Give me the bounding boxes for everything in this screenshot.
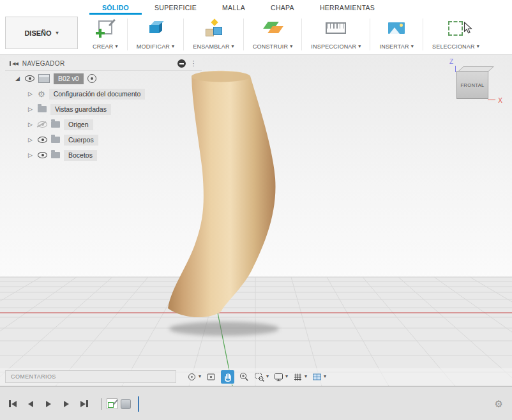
timeline-feature-sketch-icon[interactable] [107,398,117,409]
visibility-eye-icon[interactable] [25,75,34,82]
dropdown-caret-icon: ▾ [290,44,292,49]
model-shadow [169,322,279,336]
expand-arrow-icon[interactable]: ▷ [27,137,34,143]
go-to-start-button[interactable] [6,398,19,410]
tree-item-label: Bocetos [64,150,97,161]
visibility-eye-icon[interactable] [38,137,47,143]
tab-herramientas[interactable]: HERRAMIENTAS [307,0,388,15]
pan-tool-button[interactable] [221,370,234,384]
navigator-title: NAVEGADOR [22,60,173,67]
timeline-settings-gear-icon[interactable]: ⚙ [495,398,503,410]
zoom-window-tool-button[interactable]: ▾ [254,371,269,382]
viewports-button[interactable]: ▾ [312,371,326,382]
folder-icon [38,106,47,112]
ribbon-tab-bar: SÓLIDO SUPERFICIE MALLA CHAPA HERRAMIENT… [0,0,512,15]
navigator-item-origin[interactable]: ▷ Origen [5,117,202,132]
tab-chapa[interactable]: CHAPA [258,0,307,15]
dropdown-caret-icon: ▾ [411,44,414,49]
modify-icon [147,20,165,36]
toolbar-divider [370,19,370,50]
toolbar-group-ensamblar[interactable]: ENSAMBLAR▾ [184,15,243,54]
view-tools: ▾ [186,370,326,384]
look-at-tool-button[interactable] [206,371,216,382]
dropdown-caret-icon: ▾ [56,31,59,36]
navigator-panel: ◀◀ NAVEGADOR ⋮ ◢ B02 v0 ▷ ⚙ Configuració… [5,57,202,163]
navigator-item-document-settings[interactable]: ▷ ⚙ Configuración del documento [5,86,202,101]
folder-icon [51,152,60,158]
assemble-icon [204,20,223,37]
toolbar-group-construir[interactable]: CONSTRUIR▾ [245,15,301,54]
toolbar-group-insertar[interactable]: INSERTAR▾ [371,15,422,54]
workspace-selector-button[interactable]: DISEÑO ▾ [5,17,78,49]
folder-icon [51,137,60,143]
toolbar-divider [127,19,128,50]
3d-viewport[interactable]: ◀◀ NAVEGADOR ⋮ ◢ B02 v0 ▷ ⚙ Configuració… [0,55,512,386]
expand-arrow-icon[interactable]: ▷ [27,107,34,112]
toolbar-group-crear[interactable]: CREAR▾ [84,15,126,54]
orbit-tool-button[interactable]: ▾ [186,371,201,382]
tree-item-label: Vistas guardadas [50,104,111,115]
zoom-window-icon [254,371,265,382]
navigator-item-saved-views[interactable]: ▷ Vistas guardadas [5,101,202,117]
viewcube[interactable]: FRONTAL Z X [448,60,499,107]
zoom-in-icon [239,371,250,382]
navigator-item-root[interactable]: ◢ B02 v0 [5,71,202,86]
step-forward-button[interactable] [60,398,73,410]
timeline-bar: ⚙ [0,386,512,420]
group-label-insertar: INSERTAR [379,43,409,50]
toolbar-divider [243,19,244,50]
visibility-eye-icon[interactable] [38,152,47,158]
toolbar-group-inspeccionar[interactable]: INSPECCIONAR▾ [303,15,369,54]
go-to-end-button[interactable] [78,398,91,410]
display-settings-icon [273,371,284,382]
play-button[interactable] [42,398,55,410]
comments-input[interactable]: COMENTARIOS [5,370,176,383]
viewcube-front-face[interactable]: FRONTAL [456,71,488,99]
insert-image-icon [388,22,405,34]
toolbar-divider [183,19,184,50]
tree-item-label: Cuerpos [64,135,98,146]
navigator-header[interactable]: ◀◀ NAVEGADOR ⋮ [5,57,202,71]
ribbon-toolbar: DISEÑO ▾ CREAR▾ MODIFICAR▾ ENSAMBLAR▾ CO… [0,15,512,55]
dropdown-caret-icon: ▾ [477,44,479,49]
tab-malla[interactable]: MALLA [209,0,258,15]
select-box-icon [448,21,463,36]
group-label-ensamblar: ENSAMBLAR [193,43,229,50]
dropdown-caret-icon: ▾ [232,44,234,49]
visibility-eye-off-icon[interactable] [38,121,47,128]
expand-arrow-icon[interactable]: ◢ [14,76,21,82]
tab-superficie[interactable]: SUPERFICIE [142,0,209,15]
navigator-item-sketches[interactable]: ▷ Bocetos [5,147,202,163]
navigator-item-bodies[interactable]: ▷ Cuerpos [5,132,202,147]
comments-label: COMENTARIOS [11,373,56,380]
dropdown-caret-icon: ▾ [116,44,118,49]
grid-snap-button[interactable]: ▾ [292,371,307,382]
tree-item-label: Origen [64,119,93,130]
expand-arrow-icon[interactable]: ▷ [27,91,34,97]
tree-item-label: Configuración del documento [49,89,146,100]
display-settings-button[interactable]: ▾ [273,371,288,382]
dock-panel-icon[interactable]: ◀◀ [10,61,18,66]
look-at-icon [206,371,216,382]
toolbar-divider [423,19,423,50]
toolbar-group-modificar[interactable]: MODIFICAR▾ [128,15,183,54]
expand-arrow-icon[interactable]: ▷ [27,153,34,158]
zoom-tool-button[interactable] [239,371,250,382]
axis-x-line [488,100,495,100]
group-label-construir: CONSTRUIR [253,43,288,50]
dropdown-caret-icon: ▾ [285,374,288,379]
dropdown-caret-icon: ▾ [358,44,361,49]
tab-solido[interactable]: SÓLIDO [89,0,142,15]
timeline-feature-body-icon[interactable] [121,399,131,409]
toolbar-group-seleccionar[interactable]: SELECCIONAR▾ [424,15,488,54]
viewports-icon [312,371,322,382]
activate-component-radio[interactable] [87,74,96,83]
collapse-panel-icon[interactable] [177,59,186,68]
expand-arrow-icon[interactable]: ▷ [27,122,34,128]
axis-z-label: Z [449,58,453,65]
gear-icon: ⚙ [38,90,45,98]
construct-icon [263,20,282,36]
panel-menu-icon[interactable]: ⋮ [190,59,197,68]
step-back-button[interactable] [24,398,37,410]
timeline-playhead[interactable] [138,396,139,412]
